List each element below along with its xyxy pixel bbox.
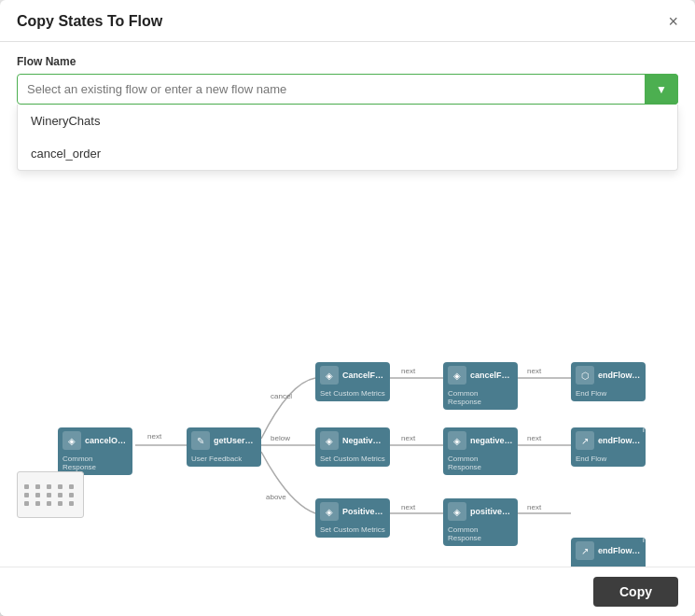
minimap-dot	[35, 501, 40, 506]
positive-feedback-resp-icon: ◈	[448, 502, 466, 521]
end-flow-1-icon: ⬡	[576, 366, 594, 385]
end-flow-3-sub: End Flow	[571, 564, 646, 567]
positive-feedback-name: PositiveFeedb...	[342, 507, 385, 516]
svg-text:next: next	[401, 434, 416, 442]
svg-text:cancel: cancel	[271, 392, 292, 400]
minimap-dot	[35, 493, 40, 497]
node-positive-feedback[interactable]: ◈ PositiveFeedb... Set Custom Metrics	[315, 498, 390, 538]
cancel-feedback-name: CancelFeedb...	[342, 371, 385, 380]
minimap[interactable]	[17, 471, 84, 518]
minimap-dot	[58, 501, 63, 506]
end-flow-1-sub: End Flow	[571, 388, 646, 401]
minimap-dot	[58, 484, 63, 489]
svg-text:above: above	[266, 493, 286, 501]
positive-feedback-resp-sub: Common Response	[443, 525, 518, 546]
select-wrapper: ▼ WineryChats cancel_order	[17, 74, 678, 105]
positive-feedback-resp-name: positiveFeedback	[470, 507, 513, 516]
node-get-user-feedback[interactable]: ✎ getUserFeedback User Feedback	[187, 427, 261, 467]
svg-text:next: next	[401, 367, 416, 375]
minimap-dot	[35, 484, 40, 489]
svg-text:next: next	[401, 503, 416, 511]
cancel-feedback-icon: ◈	[320, 366, 339, 385]
dropdown-item-winery[interactable]: WineryChats	[18, 105, 677, 137]
svg-text:next: next	[527, 434, 542, 442]
dropdown-item-cancel[interactable]: cancel_order	[18, 137, 677, 170]
svg-text:below: below	[271, 434, 290, 442]
minimap-dot	[69, 501, 74, 506]
end-flow-2-icon: ↗	[576, 431, 594, 450]
cancel-feedback-resp-sub: Common Response	[443, 388, 518, 410]
flow-name-label: Flow Name	[17, 55, 678, 68]
modal-title: Copy States To Flow	[17, 13, 162, 30]
flow-name-input[interactable]	[17, 74, 678, 105]
close-button[interactable]: ×	[668, 13, 678, 30]
negative-feedback-resp-sub: Common Response	[443, 454, 518, 475]
end-flow-2-sub: End Flow	[571, 454, 646, 467]
canvas-area: next cancel below above next next	[0, 131, 695, 567]
get-user-feedback-sub: User Feedback	[187, 454, 261, 467]
copy-button[interactable]: Copy	[593, 577, 678, 607]
dropdown-menu: WineryChats cancel_order	[17, 105, 678, 171]
modal-footer: Copy	[0, 567, 695, 616]
cancel-order-icon: ◈	[63, 431, 81, 450]
minimap-dot	[58, 493, 63, 497]
minimap-dot	[47, 493, 51, 497]
flow-diagram: next cancel below above next next	[0, 131, 695, 567]
negative-feedback-resp-name: negativeFeedb...	[470, 436, 513, 445]
end-flow-2-name: endFlow.don...	[598, 436, 641, 445]
get-user-feedback-icon: ✎	[191, 431, 210, 450]
cancel-feedback-resp-name: cancelFeedback	[470, 371, 513, 380]
modal-body: Flow Name ▼ WineryChats cancel_order nex…	[0, 42, 695, 567]
node-end-flow-3[interactable]: ↗ endFlow.don... End Flow i	[571, 538, 646, 567]
node-end-flow-2[interactable]: ↗ endFlow.don... End Flow i	[571, 427, 646, 467]
node-positive-feedback-resp[interactable]: ◈ positiveFeedback Common Response	[443, 498, 518, 546]
negative-feedback-sub: Set Custom Metrics	[315, 454, 390, 467]
minimap-dot	[47, 501, 51, 506]
modal-header: Copy States To Flow ×	[0, 0, 695, 42]
positive-feedback-icon: ◈	[320, 502, 339, 521]
minimap-dots	[24, 484, 76, 506]
end-flow-3-name: endFlow.don...	[598, 546, 641, 555]
node-negative-feedback[interactable]: ◈ NegativeFeed... Set Custom Metrics	[315, 427, 390, 467]
svg-text:next: next	[527, 367, 542, 375]
end-flow-1-name: endFlow.done	[598, 371, 641, 380]
node-cancel-feedback[interactable]: ◈ CancelFeedb... Set Custom Metrics	[315, 362, 390, 401]
positive-feedback-sub: Set Custom Metrics	[315, 525, 390, 538]
cancel-feedback-resp-icon: ◈	[448, 366, 466, 385]
cancel-feedback-sub: Set Custom Metrics	[315, 388, 390, 401]
minimap-dot	[69, 484, 74, 489]
minimap-dot	[24, 501, 29, 506]
minimap-dot	[47, 484, 51, 489]
cancel-order-name: cancelOrder	[85, 436, 128, 445]
svg-text:next: next	[527, 503, 542, 511]
negative-feedback-name: NegativeFeed...	[342, 436, 385, 445]
end-flow-3-icon: ↗	[576, 541, 594, 560]
dropdown-arrow[interactable]: ▼	[645, 74, 678, 105]
minimap-dot	[24, 484, 29, 489]
negative-feedback-icon: ◈	[320, 431, 339, 450]
node-negative-feedback-resp[interactable]: ◈ negativeFeedb... Common Response	[443, 427, 518, 475]
node-end-flow-1[interactable]: ⬡ endFlow.done End Flow	[571, 362, 646, 401]
minimap-dot	[69, 493, 74, 497]
minimap-dot	[24, 493, 29, 497]
negative-feedback-resp-icon: ◈	[448, 431, 466, 450]
svg-text:next: next	[147, 432, 162, 441]
form-area: Flow Name ▼ WineryChats cancel_order	[0, 42, 695, 105]
modal: Copy States To Flow × Flow Name ▼ Winery…	[0, 0, 695, 616]
node-cancel-order[interactable]: ◈ cancelOrder Common Response	[58, 427, 132, 475]
get-user-feedback-name: getUserFeedback	[214, 436, 257, 445]
node-cancel-feedback-resp[interactable]: ◈ cancelFeedback Common Response	[443, 362, 518, 410]
